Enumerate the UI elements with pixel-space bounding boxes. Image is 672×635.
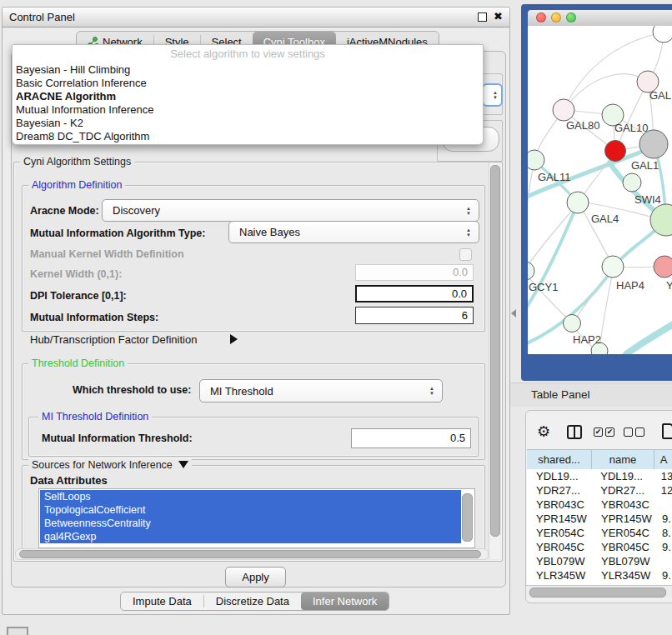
network-edge[interactable] [564,74,648,110]
settings-vscrollbar-track[interactable] [489,162,500,559]
minimized-widget[interactable] [7,627,28,635]
network-node[interactable] [654,256,672,278]
table-row[interactable]: YBR045CYBR045C9. [527,540,672,554]
close-traffic-light[interactable] [536,12,546,22]
mi-steps-field[interactable]: 6 [355,307,474,324]
table-cell: YLR345W [527,569,598,582]
tab-infer-network[interactable]: Infer Network [301,592,389,610]
spinner-arrows-icon: ▲▼ [429,386,434,396]
document-icon[interactable] [662,423,672,439]
aracne-mode-value: Discovery [103,204,160,217]
dpi-tolerance-field[interactable]: 0.0 [355,285,474,302]
table-row[interactable]: YDL19...YDL19...13 [527,469,672,483]
float-window-icon[interactable] [478,12,487,22]
select-all-checkbox-icon[interactable]: ✔ [605,428,614,437]
algorithm-option[interactable]: Mutual Information Inference [13,103,483,117]
minimize-traffic-light[interactable] [551,12,561,22]
table-body[interactable]: YDL19...YDL19...13YDR27...YDR27...12YBR0… [527,469,672,587]
network-node[interactable] [553,99,574,121]
apply-button[interactable]: Apply [225,567,286,588]
kernel-width-field[interactable]: 0.0 [355,264,474,281]
network-node-label: HAP2 [573,333,601,346]
network-node[interactable] [602,256,624,278]
data-attributes-list[interactable]: SelfLoopsTopologicalCoefficientBetweenne… [38,488,475,548]
algorithm-dropdown[interactable]: Select algorithm to view settings Bayesi… [12,44,484,145]
table-cell: YBR045C [598,541,659,553]
table-row[interactable]: YBR043CYBR043C [527,498,672,512]
table-cell: 13 [658,470,672,482]
column-header-name[interactable]: name [592,450,654,469]
tab-discretize-data[interactable]: Discretize Data [204,592,301,610]
aracne-mode-select[interactable]: Discovery ▲▼ [102,199,479,222]
table-row[interactable]: YDR27...YDR27...12 [527,483,672,498]
collapse-arrow-icon[interactable] [178,461,188,468]
table-cell: 9. [659,569,671,582]
network-node[interactable] [605,141,626,162]
algorithm-option[interactable]: Bayesian - K2 [13,117,483,130]
deselect-checkbox-icon[interactable] [635,428,644,437]
algorithm-option[interactable]: ARACNE Algorithm [13,90,483,103]
network-node[interactable] [623,173,641,192]
network-canvas[interactable]: GALGAL80GAL10GAL1GAL11SWI4GAL4HAP4YGCY1H… [528,26,672,354]
table-hscrollbar-thumb[interactable] [529,588,666,598]
algorithm-option[interactable]: Basic Correlation Inference [13,77,483,90]
gear-icon[interactable]: ⚙ [537,424,550,439]
network-node[interactable] [528,262,534,280]
algorithm-option[interactable]: Dream8 DC_TDC Algorithm [13,130,483,143]
table-cell: 9. [659,512,671,525]
table-panel-title: Table Panel [531,388,590,401]
network-edge[interactable] [626,322,672,354]
algorithm-dropdown-placeholder: Select algorithm to view settings [13,45,483,63]
focused-spinner-fragment[interactable]: ▲▼ [482,83,503,107]
table-cell: YBR043C [527,498,598,511]
list-vscrollbar-thumb[interactable] [462,493,473,542]
hub-definition-label[interactable]: Hub/Transcription Factor Definition [30,333,197,346]
network-node[interactable] [567,192,589,213]
settings-vscrollbar-thumb[interactable] [490,165,500,537]
network-node[interactable] [564,315,581,332]
table-row[interactable]: YPR145WYPR145W9. [527,512,672,526]
zoom-traffic-light[interactable] [566,12,576,22]
table-cell: YPR145W [527,512,598,525]
algorithm-option[interactable]: Bayesian - Hill Climbing [13,63,483,77]
data-attribute-item[interactable]: BetweennessCentrality [40,517,461,530]
cyni-algorithm-settings-title: Cyni Algorithm Settings [20,156,134,168]
sources-title: Sources for Network Inference [28,459,192,471]
close-icon[interactable]: ✖ [494,10,503,22]
table-cell: YDR27... [597,484,657,497]
network-node[interactable] [639,130,668,158]
column-header-partial[interactable]: A [654,450,672,469]
manual-kernel-width-checkbox[interactable] [459,248,472,261]
deselect-checkbox-icon[interactable] [624,428,633,437]
network-window-titlebar[interactable] [528,10,672,27]
data-attribute-item[interactable]: SelfLoops [40,490,461,503]
data-attribute-item[interactable]: gal4RGexp [40,530,461,543]
kernel-width-label: Kernel Width (0,1): [30,268,122,280]
column-layout-icon[interactable] [567,425,582,439]
select-all-checkbox-icon[interactable]: ✔ [594,428,603,437]
tab-impute-data[interactable]: Impute Data [121,592,203,610]
column-header-shared-name[interactable]: shared... [527,450,592,469]
network-edge[interactable] [528,202,578,316]
network-node[interactable] [528,150,544,170]
table-row[interactable]: YLR345WYLR345W9. [527,568,672,582]
table-cell: YDR27... [527,484,597,497]
table-row[interactable]: YER054CYER054C8. [527,526,672,540]
tab-discretize-data-label: Discretize Data [216,595,289,608]
table-cell: YBL079W [527,555,598,568]
network-node[interactable] [653,26,672,42]
mi-algorithm-type-select[interactable]: Naive Bayes ▲▼ [228,221,479,243]
table-row[interactable]: YBL079WYBL079W [527,554,672,568]
panel-divider-arrow[interactable] [511,309,516,318]
network-node-label: HAP4 [616,279,644,292]
mi-threshold-field[interactable]: 0.5 [351,428,471,448]
settings-hscrollbar-track[interactable] [15,548,489,560]
table-panel-header: Table Panel [510,382,672,407]
settings-hscrollbar-thumb[interactable] [19,550,481,558]
control-panel-title: Control Panel [9,11,75,23]
control-panel-titlebar[interactable]: Control Panel ✖ [3,8,509,28]
expand-arrow-icon[interactable] [230,334,238,344]
data-attribute-item[interactable]: TopologicalCoefficient [40,503,461,517]
which-threshold-select[interactable]: MI Threshold ▲▼ [199,379,443,402]
table-hscrollbar-track[interactable] [526,585,672,598]
